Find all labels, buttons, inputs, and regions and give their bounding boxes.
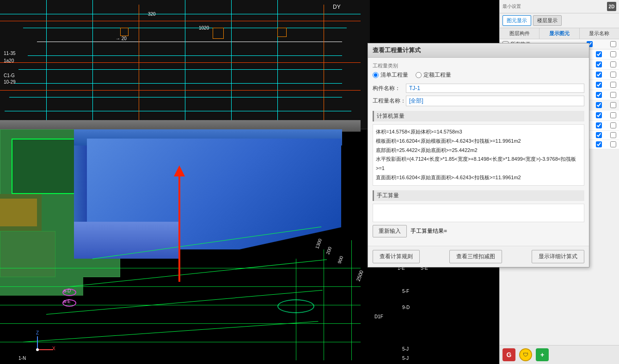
col-show-element: 显示图元	[539, 28, 579, 39]
radio-qingdan[interactable]: 清单工程量	[373, 71, 408, 79]
engineering-name-label: 工程量名称：	[373, 97, 406, 105]
icon-2d[interactable]: 2D	[607, 2, 616, 11]
label-a-d: a-D	[63, 288, 71, 293]
calc-line-3: 水平投影面积=(4.7124<长度>*1.85<宽度>+8.1498<长度>*1…	[376, 155, 581, 173]
btn-layer-display[interactable]: 楼层显示	[533, 15, 562, 26]
cad-top-area: 320 1020 11-35 1a20 C1-G 10-29 DY → 20	[0, 0, 370, 129]
col-show-name: 显示名称	[580, 28, 619, 39]
dim-2500: 2500	[355, 269, 364, 282]
engineering-name-value: [全部]	[406, 96, 584, 106]
app-icon-shield[interactable]: 🛡	[519, 348, 532, 361]
panel-top-buttons: 最小设置 2D	[500, 0, 619, 13]
dim-900: 900	[337, 255, 344, 264]
label-dy: DY	[333, 4, 341, 10]
calc-machine-title: 计算机算量	[373, 111, 584, 121]
label-5f: 5-F	[402, 289, 409, 294]
dim-text-1020: 1020	[199, 25, 209, 30]
label-1n: 1-N	[18, 356, 26, 361]
engineering-type-label: 工程量类别	[373, 62, 584, 69]
btn-figure-display[interactable]: 图元显示	[503, 15, 531, 26]
calc-line-1: 模板面积=16.6204<原始模板面积>-4.6243<扣筏板>=11.9961…	[376, 137, 581, 146]
calc-dialog: 查看工程量计算式 工程量类别 清单工程量 定额工程量 构件名称： TJ-1	[368, 43, 589, 267]
calc-line-2: 底部面积=25.4422<原始底面积>=25.4422m2	[376, 146, 581, 155]
component-name-label: 构件名称：	[373, 85, 406, 92]
radio-dinge[interactable]: 定额工程量	[416, 71, 451, 79]
show-detail-button[interactable]: 显示详细计算式	[532, 250, 584, 263]
minimize-label: 最小设置	[503, 3, 605, 10]
handwork-result-label: 手工算量结果=	[411, 227, 447, 235]
label-9d: 9-D	[402, 305, 410, 310]
handwork-title: 手工算量	[373, 190, 584, 201]
label-10-29: 10-29	[4, 79, 16, 85]
label-a-e: a-E	[63, 299, 71, 304]
dialog-footer: 查看计算规则 查看三维扣减图 显示详细计算式	[368, 246, 589, 267]
display-buttons-row: 图元显示 楼层显示	[500, 13, 619, 28]
label-d1f: D1F	[374, 314, 383, 319]
label-c1g: C1-G	[4, 73, 15, 78]
reinput-button[interactable]: 重新输入	[373, 225, 407, 237]
dialog-title: 查看工程量计算式	[368, 43, 589, 58]
panel-header-row: 图层构件 显示图元 显示名称	[500, 28, 619, 39]
label-5j: 5-J	[402, 346, 409, 352]
calc-content: 体积=14.5758<原始体积>=14.5758m3 模板面积=16.6204<…	[373, 124, 584, 186]
component-name-value: TJ-1	[406, 84, 584, 93]
label-1a20: 1a20	[4, 58, 14, 63]
view-3d-button[interactable]: 查看三维扣减图	[449, 250, 502, 263]
col-layer-component: 图层构件	[500, 28, 539, 39]
taskbar-row: G 🛡 +	[500, 345, 619, 364]
app-icon-red[interactable]: G	[503, 348, 515, 361]
calc-line-0: 体积=14.5758<原始体积>=14.5758m3	[376, 127, 581, 137]
axis-indicator: X Z	[28, 327, 55, 355]
checkbox-all-show-name[interactable]	[610, 41, 616, 47]
handwork-section: 手工算量 重新输入 手工算量结果=	[373, 190, 584, 237]
label-11-35: 11-35	[4, 51, 16, 56]
view-rules-button[interactable]: 查看计算规则	[373, 250, 420, 263]
handwork-empty-area	[373, 204, 584, 222]
app-icon-green[interactable]: +	[536, 348, 549, 361]
calc-line-4: 直面面积=16.6204<原始直面面积>-4.6243<扣筏板>=11.9961…	[376, 173, 581, 182]
dim-text-320: 320	[148, 12, 156, 17]
